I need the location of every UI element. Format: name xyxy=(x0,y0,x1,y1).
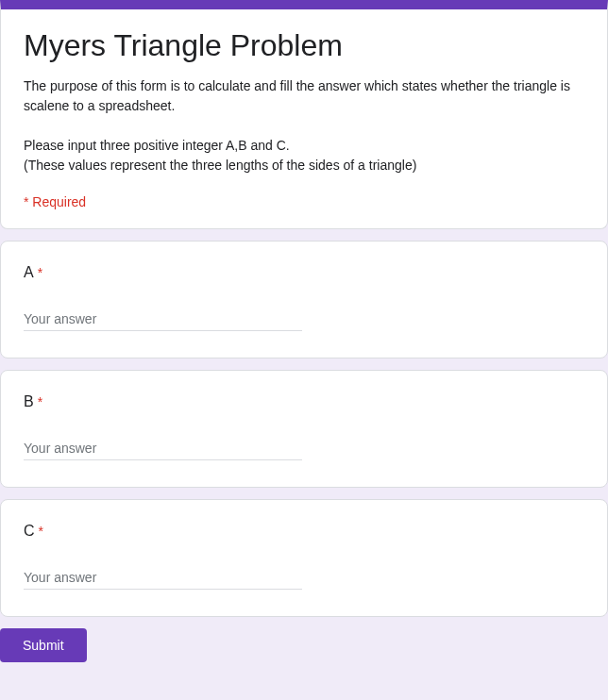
description-line-3: (These values represent the three length… xyxy=(24,158,416,173)
question-label-b: B * xyxy=(24,393,584,410)
answer-input-c[interactable] xyxy=(24,566,302,590)
question-label-a: A * xyxy=(24,264,584,281)
description-line-1: The purpose of this form is to calculate… xyxy=(24,78,570,113)
question-label-c: C * xyxy=(24,523,584,540)
question-text-a: A xyxy=(24,264,34,281)
answer-input-b[interactable] xyxy=(24,437,302,460)
question-card-c: C * xyxy=(0,499,608,617)
required-asterisk: * xyxy=(38,265,42,280)
question-card-b: B * xyxy=(0,370,608,488)
form-title: Myers Triangle Problem xyxy=(24,28,584,63)
submit-button[interactable]: Submit xyxy=(0,628,87,662)
required-note: * Required xyxy=(24,194,584,209)
answer-input-a[interactable] xyxy=(24,308,302,331)
form-container: Myers Triangle Problem The purpose of th… xyxy=(0,0,608,662)
question-text-b: B xyxy=(24,393,34,410)
description-line-2: Please input three positive integer A,B … xyxy=(24,138,290,153)
submit-row: Submit xyxy=(0,628,608,662)
header-card: Myers Triangle Problem The purpose of th… xyxy=(0,0,608,229)
form-description: The purpose of this form is to calculate… xyxy=(24,76,584,175)
required-asterisk: * xyxy=(39,524,43,539)
question-card-a: A * xyxy=(0,241,608,358)
required-asterisk: * xyxy=(38,394,42,409)
question-text-c: C xyxy=(24,523,35,540)
